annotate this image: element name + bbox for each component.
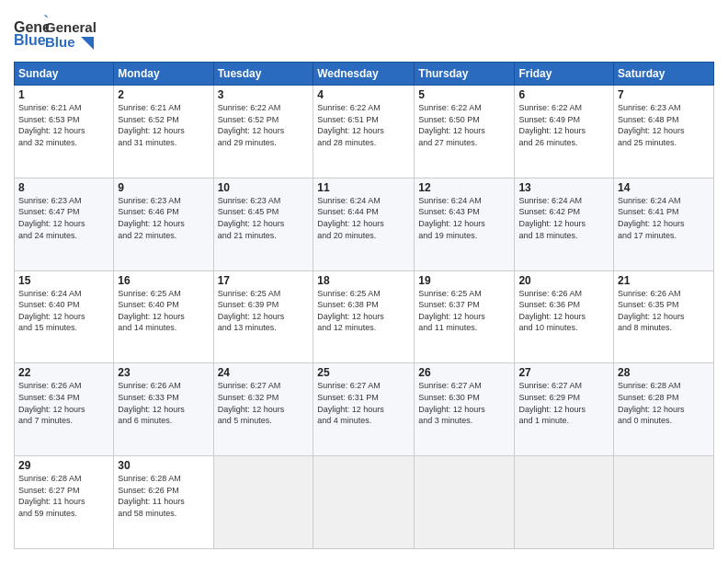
day-number: 23 (118, 366, 209, 379)
calendar-week-row: 29Sunrise: 6:28 AM Sunset: 6:27 PM Dayli… (15, 456, 714, 549)
col-header-sunday: Sunday (15, 63, 114, 86)
svg-text:Blue: Blue (14, 32, 46, 48)
calendar-cell: 18Sunrise: 6:25 AM Sunset: 6:38 PM Dayli… (313, 270, 415, 363)
calendar-cell: 11Sunrise: 6:24 AM Sunset: 6:44 PM Dayli… (313, 178, 415, 270)
day-number: 15 (18, 274, 109, 287)
calendar-cell: 23Sunrise: 6:26 AM Sunset: 6:33 PM Dayli… (114, 363, 213, 456)
calendar-cell: 19Sunrise: 6:25 AM Sunset: 6:37 PM Dayli… (415, 270, 515, 363)
calendar-cell: 30Sunrise: 6:28 AM Sunset: 6:26 PM Dayli… (114, 456, 213, 549)
calendar-cell: 14Sunrise: 6:24 AM Sunset: 6:41 PM Dayli… (614, 178, 714, 270)
day-info: Sunrise: 6:24 AM Sunset: 6:43 PM Dayligh… (418, 195, 510, 241)
calendar-cell: 28Sunrise: 6:28 AM Sunset: 6:28 PM Dayli… (614, 363, 714, 456)
svg-marker-2 (43, 16, 48, 18)
calendar-cell (415, 456, 515, 549)
calendar-cell: 20Sunrise: 6:26 AM Sunset: 6:36 PM Dayli… (515, 270, 614, 363)
col-header-thursday: Thursday (415, 63, 515, 86)
calendar-cell: 27Sunrise: 6:27 AM Sunset: 6:29 PM Dayli… (515, 363, 614, 456)
day-number: 19 (418, 274, 510, 287)
calendar-cell: 10Sunrise: 6:23 AM Sunset: 6:45 PM Dayli… (213, 178, 313, 270)
day-info: Sunrise: 6:25 AM Sunset: 6:40 PM Dayligh… (118, 288, 209, 334)
day-info: Sunrise: 6:27 AM Sunset: 6:31 PM Dayligh… (317, 380, 410, 426)
day-info: Sunrise: 6:28 AM Sunset: 6:27 PM Dayligh… (18, 473, 109, 519)
day-number: 7 (618, 88, 710, 101)
day-info: Sunrise: 6:21 AM Sunset: 6:52 PM Dayligh… (118, 102, 209, 148)
day-info: Sunrise: 6:27 AM Sunset: 6:29 PM Dayligh… (518, 380, 609, 426)
calendar-cell (313, 456, 415, 549)
calendar-cell: 13Sunrise: 6:24 AM Sunset: 6:42 PM Dayli… (515, 178, 614, 270)
day-number: 11 (317, 181, 410, 194)
calendar-cell: 16Sunrise: 6:25 AM Sunset: 6:40 PM Dayli… (114, 270, 213, 363)
logo-icon: General Blue (14, 14, 49, 49)
logo: General Blue General Blue (14, 14, 97, 52)
calendar-cell: 4Sunrise: 6:22 AM Sunset: 6:51 PM Daylig… (313, 86, 415, 178)
calendar-cell: 24Sunrise: 6:27 AM Sunset: 6:32 PM Dayli… (213, 363, 313, 456)
logo-general: General (45, 20, 97, 36)
calendar-week-row: 8Sunrise: 6:23 AM Sunset: 6:47 PM Daylig… (15, 178, 714, 270)
day-number: 20 (518, 274, 609, 287)
day-info: Sunrise: 6:23 AM Sunset: 6:46 PM Dayligh… (118, 195, 209, 241)
calendar-cell: 29Sunrise: 6:28 AM Sunset: 6:27 PM Dayli… (15, 456, 114, 549)
col-header-friday: Friday (515, 63, 614, 86)
day-info: Sunrise: 6:25 AM Sunset: 6:37 PM Dayligh… (418, 288, 510, 334)
day-info: Sunrise: 6:22 AM Sunset: 6:51 PM Dayligh… (317, 102, 410, 148)
day-info: Sunrise: 6:25 AM Sunset: 6:39 PM Dayligh… (218, 288, 310, 334)
day-info: Sunrise: 6:21 AM Sunset: 6:53 PM Dayligh… (18, 102, 109, 148)
day-number: 25 (317, 366, 410, 379)
calendar-cell: 8Sunrise: 6:23 AM Sunset: 6:47 PM Daylig… (15, 178, 114, 270)
calendar-week-row: 1Sunrise: 6:21 AM Sunset: 6:53 PM Daylig… (15, 86, 714, 178)
day-number: 5 (418, 88, 510, 101)
day-number: 28 (618, 366, 710, 379)
day-info: Sunrise: 6:24 AM Sunset: 6:44 PM Dayligh… (317, 195, 410, 241)
calendar-cell: 15Sunrise: 6:24 AM Sunset: 6:40 PM Dayli… (15, 270, 114, 363)
calendar-cell: 25Sunrise: 6:27 AM Sunset: 6:31 PM Dayli… (313, 363, 415, 456)
svg-marker-3 (81, 37, 94, 50)
calendar-cell: 17Sunrise: 6:25 AM Sunset: 6:39 PM Dayli… (213, 270, 313, 363)
day-info: Sunrise: 6:24 AM Sunset: 6:41 PM Dayligh… (618, 195, 710, 241)
day-info: Sunrise: 6:27 AM Sunset: 6:32 PM Dayligh… (218, 380, 310, 426)
day-number: 9 (118, 181, 209, 194)
day-number: 14 (618, 181, 710, 194)
day-info: Sunrise: 6:23 AM Sunset: 6:48 PM Dayligh… (618, 102, 710, 148)
col-header-saturday: Saturday (614, 63, 714, 86)
day-info: Sunrise: 6:24 AM Sunset: 6:40 PM Dayligh… (18, 288, 109, 334)
day-number: 17 (218, 274, 310, 287)
day-number: 18 (317, 274, 410, 287)
calendar-cell: 21Sunrise: 6:26 AM Sunset: 6:35 PM Dayli… (614, 270, 714, 363)
header: General Blue General Blue (14, 14, 714, 52)
day-number: 3 (218, 88, 310, 101)
col-header-wednesday: Wednesday (313, 63, 415, 86)
day-info: Sunrise: 6:24 AM Sunset: 6:42 PM Dayligh… (518, 195, 609, 241)
logo-arrow-icon (81, 37, 94, 50)
day-info: Sunrise: 6:23 AM Sunset: 6:47 PM Dayligh… (18, 195, 109, 241)
day-number: 30 (118, 459, 209, 472)
day-number: 26 (418, 366, 510, 379)
day-number: 12 (418, 181, 510, 194)
col-header-monday: Monday (114, 63, 213, 86)
day-info: Sunrise: 6:25 AM Sunset: 6:38 PM Dayligh… (317, 288, 410, 334)
calendar-cell (213, 456, 313, 549)
calendar-table: SundayMondayTuesdayWednesdayThursdayFrid… (14, 62, 714, 549)
calendar-cell: 9Sunrise: 6:23 AM Sunset: 6:46 PM Daylig… (114, 178, 213, 270)
logo-blue: Blue (45, 35, 97, 51)
calendar-cell: 12Sunrise: 6:24 AM Sunset: 6:43 PM Dayli… (415, 178, 515, 270)
calendar-cell: 1Sunrise: 6:21 AM Sunset: 6:53 PM Daylig… (15, 86, 114, 178)
day-number: 21 (618, 274, 710, 287)
day-info: Sunrise: 6:27 AM Sunset: 6:30 PM Dayligh… (418, 380, 510, 426)
calendar-cell: 26Sunrise: 6:27 AM Sunset: 6:30 PM Dayli… (415, 363, 515, 456)
day-number: 4 (317, 88, 410, 101)
day-number: 24 (218, 366, 310, 379)
day-info: Sunrise: 6:22 AM Sunset: 6:50 PM Dayligh… (418, 102, 510, 148)
day-number: 22 (18, 366, 109, 379)
day-number: 29 (18, 459, 109, 472)
day-number: 1 (18, 88, 109, 101)
page: General Blue General Blue SundayMon (0, 0, 728, 563)
day-info: Sunrise: 6:26 AM Sunset: 6:33 PM Dayligh… (118, 380, 209, 426)
day-number: 2 (118, 88, 209, 101)
day-info: Sunrise: 6:28 AM Sunset: 6:26 PM Dayligh… (118, 473, 209, 519)
day-info: Sunrise: 6:28 AM Sunset: 6:28 PM Dayligh… (618, 380, 710, 426)
day-info: Sunrise: 6:23 AM Sunset: 6:45 PM Dayligh… (218, 195, 310, 241)
day-number: 13 (518, 181, 609, 194)
calendar-cell: 5Sunrise: 6:22 AM Sunset: 6:50 PM Daylig… (415, 86, 515, 178)
calendar-cell (614, 456, 714, 549)
day-info: Sunrise: 6:26 AM Sunset: 6:35 PM Dayligh… (618, 288, 710, 334)
